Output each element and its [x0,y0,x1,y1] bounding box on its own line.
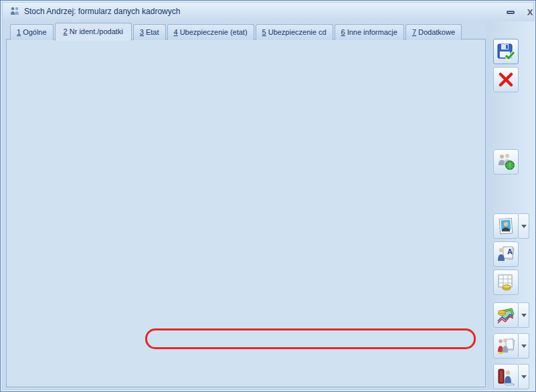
hr-documents-dropdown[interactable] [519,333,529,359]
cancel-button[interactable] [493,67,519,92]
salary-chart-dropdown[interactable] [519,302,529,328]
chevron-down-icon [521,225,527,231]
save-icon [496,41,516,62]
employees-list-button[interactable] [493,149,519,175]
tab-ubezpieczenie-etat[interactable]: 4Ubezpieczenie (etat) [167,24,254,40]
employee-photo-button[interactable] [493,213,519,239]
tab-dodatkowe[interactable]: 7Dodatkowe [406,24,462,40]
employee-exit-dropdown[interactable] [519,364,529,389]
close-icon: X [523,7,536,17]
employee-form-window: Stoch Andrzej: formularz danych kadrowyc… [0,0,536,392]
salary-chart-button[interactable] [493,302,519,328]
cancel-icon [497,70,515,89]
tab-nr-ident-podatki[interactable]: 2Nr ident./podatki [55,23,132,41]
chevron-down-icon [521,375,527,381]
employee-exit-icon [496,367,516,387]
minimize-button[interactable] [505,7,518,17]
window-title: Stoch Andrzej: formularz danych kadrowyc… [24,7,180,16]
save-button[interactable] [493,39,519,64]
hr-documents-button[interactable] [493,333,519,359]
employee-exit-button[interactable] [493,364,519,389]
salary-chart-icon [496,305,516,325]
tab-ubezpieczenie-cd[interactable]: 5Ubezpieczenie cd [256,24,333,40]
people-icon [9,6,20,17]
hr-documents-icon [496,336,516,356]
payroll-grid-button[interactable] [493,270,519,295]
dictionary-button[interactable]: A [493,241,519,267]
tab-ogolne[interactable]: 1Ogólne [10,24,54,40]
minimize-icon [507,11,515,14]
titlebar: Stoch Andrzej: formularz danych kadrowyc… [3,3,533,20]
chevron-down-icon [521,314,527,320]
employee-photo-dropdown[interactable] [519,213,529,239]
close-button[interactable]: X [523,7,536,17]
employees-globe-icon [496,152,516,172]
dictionary-icon: A [496,244,516,264]
employee-photo-icon [497,217,515,235]
tab-etat[interactable]: 3Etat [133,24,166,40]
payroll-grid-icon [496,272,516,292]
tab-strip: 1Ogólne 2Nr ident./podatki 3Etat 4Ubezpi… [10,23,463,39]
chevron-down-icon [521,345,527,351]
tab-inne-informacje[interactable]: 6Inne informacje [335,24,404,40]
svg-text:A: A [507,248,513,256]
form-content-panel [6,39,486,387]
